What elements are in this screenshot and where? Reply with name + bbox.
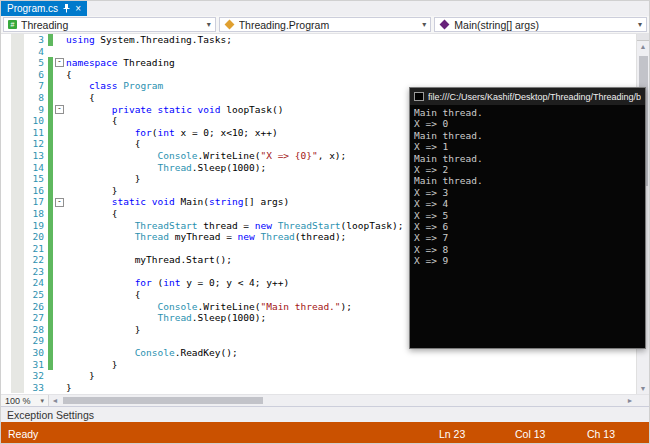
tab-program-cs[interactable]: Program.cs × bbox=[1, 1, 87, 16]
line-number: 33 bbox=[24, 382, 48, 394]
console-titlebar[interactable]: file:///C:/Users/Kashif/Desktop/Threadin… bbox=[410, 88, 645, 105]
chevron-down-icon: ▾ bbox=[422, 20, 426, 29]
breakpoint-margin[interactable] bbox=[11, 196, 24, 208]
breakpoint-margin[interactable] bbox=[11, 324, 24, 336]
breakpoint-margin[interactable] bbox=[11, 208, 24, 220]
breakpoint-margin[interactable] bbox=[11, 127, 24, 139]
collapse-toggle-icon[interactable]: - bbox=[55, 58, 64, 67]
breakpoint-margin[interactable] bbox=[11, 104, 24, 116]
code-line[interactable]: 31 } bbox=[1, 359, 636, 371]
scroll-down-icon[interactable]: ▼ bbox=[637, 383, 649, 394]
breakpoint-margin[interactable] bbox=[11, 254, 24, 266]
code-line[interactable]: 33} bbox=[1, 382, 636, 394]
code-text: { bbox=[66, 69, 636, 81]
pin-icon[interactable] bbox=[63, 4, 70, 13]
breakpoint-margin[interactable] bbox=[11, 150, 24, 162]
console-line: Main thread. bbox=[414, 153, 641, 164]
type-dropdown[interactable]: Threading.Program ▾ bbox=[219, 17, 432, 32]
project-dropdown[interactable]: # Threading ▾ bbox=[3, 17, 216, 32]
line-number: 3 bbox=[24, 34, 48, 46]
breakpoint-margin[interactable] bbox=[11, 347, 24, 359]
breakpoint-margin[interactable] bbox=[11, 231, 24, 243]
code-line[interactable]: 4 bbox=[1, 46, 636, 58]
line-number: 29 bbox=[24, 335, 48, 347]
breakpoint-margin[interactable] bbox=[11, 173, 24, 185]
breakpoint-margin[interactable] bbox=[11, 359, 24, 371]
line-number: 5 bbox=[24, 57, 48, 69]
type-dropdown-label: Threading.Program bbox=[239, 19, 419, 31]
line-number: 14 bbox=[24, 162, 48, 174]
breakpoint-margin[interactable] bbox=[11, 69, 24, 81]
breakpoint-margin[interactable] bbox=[11, 301, 24, 313]
console-window[interactable]: file:///C:/Users/Kashif/Desktop/Threadin… bbox=[409, 87, 646, 349]
document-tab-bar: Program.cs × bbox=[1, 1, 649, 16]
code-line[interactable]: 32 } bbox=[1, 370, 636, 382]
line-number: 16 bbox=[24, 185, 48, 197]
console-line: X => 2 bbox=[414, 164, 641, 175]
line-number: 12 bbox=[24, 138, 48, 150]
scroll-left-icon[interactable]: ◄ bbox=[49, 397, 61, 404]
project-dropdown-label: Threading bbox=[21, 19, 203, 31]
split-editor-handle[interactable] bbox=[637, 34, 649, 41]
line-number: 32 bbox=[24, 370, 48, 382]
code-line[interactable]: 5-namespace Threading bbox=[1, 57, 636, 69]
collapse-toggle-icon[interactable]: - bbox=[55, 198, 64, 207]
scroll-up-icon[interactable]: ▲ bbox=[637, 41, 649, 52]
close-icon[interactable]: × bbox=[75, 4, 81, 14]
breakpoint-margin[interactable] bbox=[11, 312, 24, 324]
breakpoint-margin[interactable] bbox=[11, 92, 24, 104]
class-icon bbox=[224, 20, 234, 30]
breakpoint-margin[interactable] bbox=[11, 335, 24, 347]
chevron-down-icon: ▾ bbox=[638, 20, 642, 29]
console-output: Main thread.X => 0Main thread.X => 1Main… bbox=[410, 105, 645, 269]
line-number: 21 bbox=[24, 243, 48, 255]
breakpoint-margin[interactable] bbox=[11, 277, 24, 289]
zoom-control[interactable]: 100 % ▾ bbox=[1, 395, 49, 406]
code-text: using System.Threading.Tasks; bbox=[66, 34, 636, 46]
line-number: 20 bbox=[24, 231, 48, 243]
line-number: 24 bbox=[24, 277, 48, 289]
console-line: X => 4 bbox=[414, 198, 641, 209]
breakpoint-margin[interactable] bbox=[11, 57, 24, 69]
breakpoint-margin[interactable] bbox=[11, 138, 24, 150]
line-number: 10 bbox=[24, 115, 48, 127]
line-number: 28 bbox=[24, 324, 48, 336]
scroll-right-icon[interactable]: ► bbox=[624, 397, 636, 404]
code-editor[interactable]: 3using System.Threading.Tasks;45-namespa… bbox=[1, 34, 649, 394]
breakpoint-margin[interactable] bbox=[11, 266, 24, 278]
breakpoint-margin[interactable] bbox=[11, 162, 24, 174]
panel-title: Exception Settings bbox=[7, 409, 94, 421]
code-text: namespace Threading bbox=[66, 57, 636, 69]
breakpoint-margin[interactable] bbox=[11, 243, 24, 255]
exception-settings-panel[interactable]: Exception Settings bbox=[1, 406, 649, 422]
breakpoint-margin[interactable] bbox=[11, 220, 24, 232]
status-character-number: Ch 13 bbox=[587, 428, 615, 440]
breakpoint-margin[interactable] bbox=[11, 46, 24, 58]
line-number: 22 bbox=[24, 254, 48, 266]
console-icon bbox=[414, 92, 424, 101]
status-column-number: Col 13 bbox=[515, 428, 545, 440]
breakpoint-margin[interactable] bbox=[11, 185, 24, 197]
line-number: 30 bbox=[24, 347, 48, 359]
line-number: 15 bbox=[24, 173, 48, 185]
member-dropdown[interactable]: Main(string[] args) ▾ bbox=[434, 17, 647, 32]
breakpoint-margin[interactable] bbox=[11, 34, 24, 46]
chevron-down-icon: ▾ bbox=[40, 397, 44, 405]
line-number: 26 bbox=[24, 301, 48, 313]
breakpoint-margin[interactable] bbox=[11, 289, 24, 301]
breakpoint-margin[interactable] bbox=[11, 382, 24, 394]
console-line: X => 0 bbox=[414, 118, 641, 129]
breakpoint-margin[interactable] bbox=[11, 370, 24, 382]
code-line[interactable]: 6{ bbox=[1, 69, 636, 81]
breakpoint-margin[interactable] bbox=[11, 80, 24, 92]
line-number: 27 bbox=[24, 312, 48, 324]
line-number: 4 bbox=[24, 46, 48, 58]
line-number: 31 bbox=[24, 359, 48, 371]
scrollbar-thumb[interactable] bbox=[63, 397, 263, 404]
collapse-toggle-icon[interactable]: - bbox=[55, 105, 64, 114]
horizontal-scrollbar[interactable]: ◄ ► bbox=[49, 395, 649, 406]
chevron-down-icon: ▾ bbox=[207, 20, 211, 29]
code-line[interactable]: 3using System.Threading.Tasks; bbox=[1, 34, 636, 46]
breakpoint-margin[interactable] bbox=[11, 115, 24, 127]
line-number: 19 bbox=[24, 220, 48, 232]
